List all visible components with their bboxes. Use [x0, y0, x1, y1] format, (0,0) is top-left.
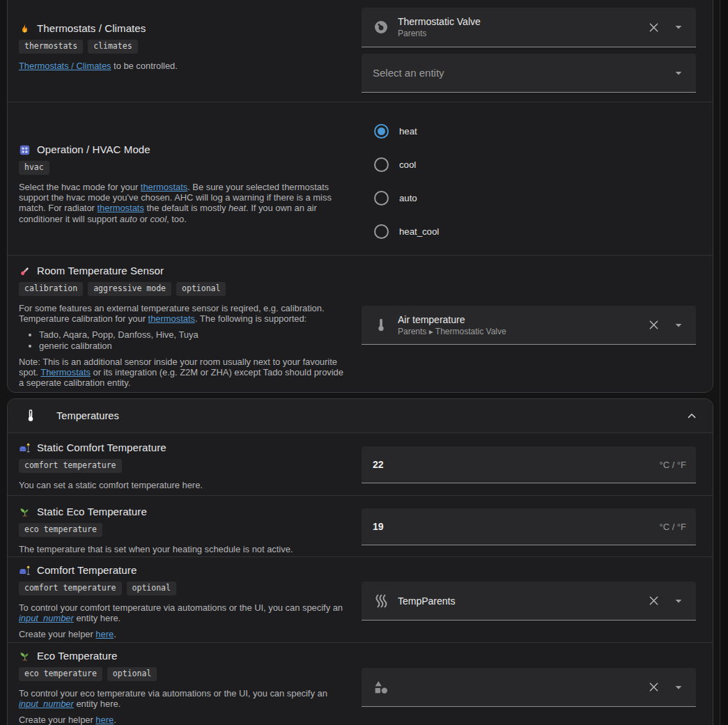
scrollbar[interactable] [720, 0, 728, 725]
helper-hint: Create your helper here. [19, 715, 348, 725]
thermostats-link[interactable]: Thermostats [40, 367, 91, 377]
section-hvac-mode: Operation / HVAC Mode hvac Select the hv… [8, 102, 713, 256]
thermometer-icon [373, 317, 389, 334]
tag-list: hvac [19, 161, 348, 175]
entity-breadcrumb: Parents ▸ Thermostatic Valve [398, 326, 506, 337]
radio-option-heat-cool[interactable]: heat_cool [362, 215, 696, 248]
section-eco-temperature: Eco Temperature eco temperature optional… [8, 643, 713, 725]
text: . The following is supported: [195, 313, 307, 324]
room-sensor-entity-picker[interactable]: Air temperature Parents ▸ Thermostatic V… [362, 306, 696, 345]
add-entity-select[interactable]: Select an entity [362, 54, 696, 93]
chevron-down-icon[interactable] [671, 318, 686, 333]
list-item: Tado, Aqara, Popp, Danfoss, Hive, Tuya [39, 329, 348, 340]
chevron-up-icon[interactable] [685, 409, 699, 423]
section-static-comfort-temperature: Static Comfort Temperature comfort tempe… [8, 433, 713, 496]
hvac-mode-radio-group: heat cool auto heat_cool [362, 114, 696, 255]
radio-unselected-icon [374, 157, 389, 172]
section-note: Note: This is an additional sensor insid… [19, 357, 348, 389]
section-title-text: Comfort Temperature [37, 563, 137, 577]
chevron-down-icon[interactable] [671, 593, 686, 609]
section-thermostats-climates: Thermostats / Climates thermostats clima… [8, 0, 713, 102]
text: . [114, 715, 116, 725]
tag-eco-temperature: eco temperature [19, 523, 102, 537]
tag-calibration: calibration [19, 282, 83, 296]
radio-label: heat [399, 126, 417, 137]
seedling-icon [19, 506, 31, 518]
section-title: Comfort Temperature [19, 563, 348, 577]
clear-icon[interactable] [647, 21, 660, 34]
radio-option-cool[interactable]: cool [362, 148, 696, 181]
unit-suffix: °C / °F [652, 522, 686, 532]
tag-optional: optional [127, 582, 176, 595]
clear-icon[interactable] [647, 318, 660, 332]
text: auto [120, 214, 137, 224]
thermostats-climates-link[interactable]: Thermostats / Climates [19, 61, 111, 71]
thermostat-entity-picker[interactable]: Thermostatic Valve Parents [362, 8, 696, 47]
section-static-eco-temperature: Static Eco Temperature eco temperature T… [8, 496, 713, 557]
create-helper-link[interactable]: here [95, 715, 114, 725]
text: the default is mostly [144, 203, 229, 213]
clear-icon[interactable] [647, 680, 660, 694]
comfort-temperature-entity-picker[interactable]: TempParents [362, 582, 696, 621]
section-description: To control your comfort temperature via … [19, 602, 348, 623]
seedling-icon [19, 650, 31, 662]
input-number-link[interactable]: input_number [19, 613, 74, 623]
temperatures-panel-header[interactable]: Temperatures [8, 399, 713, 433]
input-number-link[interactable]: input_number [19, 699, 74, 709]
section-title: Room Temperature Sensor [19, 264, 348, 278]
temperature-input[interactable] [373, 521, 652, 532]
section-description: For some features an external temperatur… [19, 303, 348, 324]
text: or [137, 214, 150, 224]
tag-optional: optional [107, 667, 157, 681]
eco-temperature-entity-picker[interactable] [362, 668, 696, 707]
static-eco-temperature-field[interactable]: °C / °F [362, 508, 696, 545]
text: entity here. [74, 699, 121, 709]
tag-list: eco temperature optional [19, 667, 348, 681]
chevron-down-icon[interactable] [671, 20, 686, 35]
tag-hvac: hvac [19, 161, 49, 175]
section-title: Static Eco Temperature [19, 505, 348, 519]
section-description: You can set a static comfort temperature… [19, 480, 348, 490]
list-item: generic calibration [39, 341, 348, 351]
radio-unselected-icon [374, 191, 389, 205]
section-title-text: Static Comfort Temperature [37, 441, 166, 455]
chevron-down-icon[interactable] [671, 65, 686, 81]
thermostats-link[interactable]: thermostats [141, 182, 187, 192]
section-title: Operation / HVAC Mode [19, 143, 348, 157]
radio-option-heat[interactable]: heat [362, 114, 696, 148]
temperatures-expansion-panel: Temperatures Static Comfort Temperature … [7, 398, 713, 725]
thermostats-link[interactable]: thermostats [97, 203, 144, 213]
section-title: Eco Temperature [19, 649, 348, 663]
entity-name: Thermostatic Valve [398, 15, 481, 28]
text: Select the hvac mode for your [19, 182, 141, 192]
create-helper-link[interactable]: here [95, 629, 114, 639]
thermostats-link[interactable]: thermostats [148, 313, 195, 324]
thermometer-icon [19, 265, 31, 277]
text: Create your helper [19, 629, 95, 639]
couch-lamp-icon [19, 565, 31, 577]
helper-hint: Create your helper here. [19, 629, 348, 639]
section-title-text: Room Temperature Sensor [37, 264, 164, 278]
text: heat [229, 203, 246, 213]
tag-aggressive-mode: aggressive mode [88, 282, 171, 296]
temperature-input[interactable] [373, 459, 652, 470]
section-title-text: Eco Temperature [37, 649, 117, 663]
tag-comfort-temperature: comfort temperature [19, 459, 122, 473]
radio-option-auto[interactable]: auto [362, 181, 696, 215]
section-title-text: Thermostats / Climates [37, 22, 146, 36]
radio-label: heat_cool [399, 226, 439, 237]
section-title-text: Static Eco Temperature [37, 505, 147, 519]
radio-selected-icon [374, 124, 389, 139]
clear-icon[interactable] [647, 594, 660, 607]
text: To control your comfort temperature via … [19, 602, 343, 613]
tag-optional: optional [176, 282, 226, 296]
section-description: The temperature that is set when your he… [19, 544, 348, 554]
entity-name: Air temperature [398, 313, 506, 326]
text: , too. [166, 214, 187, 224]
chevron-down-icon[interactable] [671, 680, 686, 695]
thermometer-icon [23, 408, 38, 423]
static-comfort-temperature-field[interactable]: °C / °F [362, 446, 696, 483]
tag-climates: climates [88, 40, 137, 54]
radio-unselected-icon [374, 224, 389, 239]
select-placeholder: Select an entity [373, 67, 444, 79]
